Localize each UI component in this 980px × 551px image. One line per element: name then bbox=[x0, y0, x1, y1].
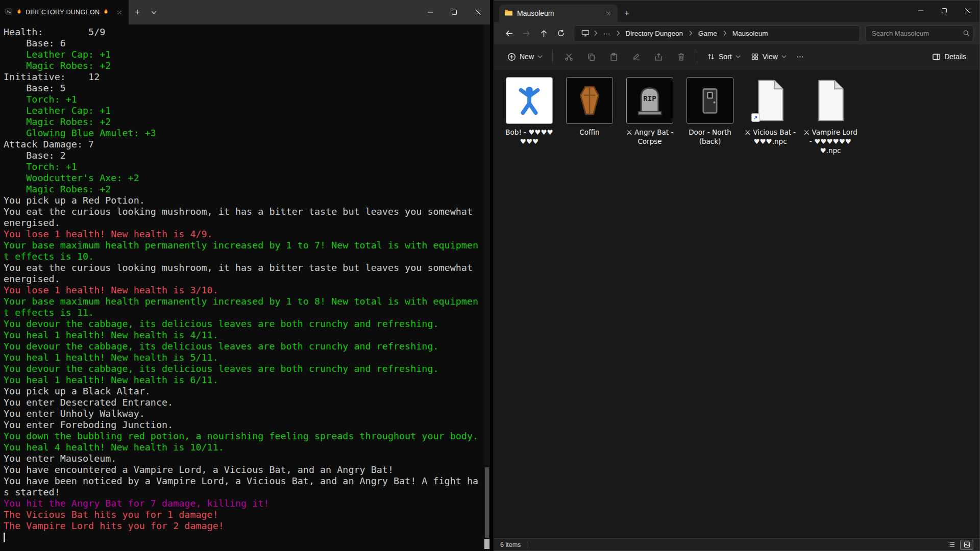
details-view-toggle[interactable] bbox=[945, 540, 958, 550]
tab-dropdown-button[interactable] bbox=[146, 0, 161, 24]
minimize-button[interactable] bbox=[418, 0, 442, 24]
terminal-tab-title: DIRECTORY DUNGEON bbox=[26, 9, 100, 16]
new-button[interactable]: New bbox=[502, 49, 548, 65]
toolbar-divider bbox=[552, 50, 553, 63]
thumbnail-frame bbox=[566, 77, 613, 124]
tombstone-icon: RIP bbox=[634, 85, 665, 116]
delete-button[interactable] bbox=[670, 47, 692, 66]
maximize-button[interactable] bbox=[442, 0, 466, 24]
file-item-bob[interactable]: Bob! - ♥♥♥♥♥♥♥ bbox=[501, 76, 558, 155]
terminal-line: You enter Unholy Walkway. bbox=[4, 408, 484, 419]
terminal-line: t effects is 11. bbox=[4, 307, 484, 318]
view-button-label: View bbox=[763, 53, 778, 61]
this-pc-icon[interactable] bbox=[579, 29, 592, 37]
terminal-output: Health: 5/9 Base: 6 Leather Cap: +1 Magi… bbox=[4, 27, 484, 532]
terminal-line: You pick up a Black Altar. bbox=[4, 386, 484, 397]
svg-text:RIP: RIP bbox=[643, 94, 656, 103]
icons-view-toggle[interactable] bbox=[960, 540, 973, 550]
refresh-button[interactable] bbox=[552, 24, 570, 42]
file-label-line: Door - North bbox=[689, 128, 731, 137]
breadcrumb-chevron-icon[interactable] bbox=[593, 30, 599, 36]
sort-button[interactable]: Sort bbox=[702, 49, 746, 64]
item-count: 6 items bbox=[500, 541, 521, 548]
file-item-vampire-lord[interactable]: ⚔ Vampire Lord- ♥♥♥♥♥♥♥.npc bbox=[802, 76, 859, 155]
chevron-down-icon bbox=[736, 55, 741, 58]
terminal-tab[interactable]: DIRECTORY DUNGEON bbox=[0, 0, 129, 24]
details-pane-icon bbox=[932, 53, 941, 61]
terminal-line: Health: 5/9 bbox=[4, 27, 484, 38]
terminal-line: Torch: +1 bbox=[4, 161, 484, 172]
share-button[interactable] bbox=[647, 47, 670, 66]
up-button[interactable] bbox=[535, 24, 552, 42]
close-button[interactable] bbox=[466, 0, 490, 24]
close-button[interactable] bbox=[956, 1, 979, 21]
flame-icon bbox=[16, 8, 22, 17]
file-item-vicious-bat[interactable]: ⚔ Vicious Bat -♥♥♥.npc bbox=[742, 76, 799, 155]
terminal-line: You eat the curious looking mushroom, it… bbox=[4, 206, 484, 217]
view-button[interactable]: View bbox=[746, 49, 792, 64]
terminal-line: You heal 1 health! New health is 6/11. bbox=[4, 374, 484, 386]
details-pane-button[interactable]: Details bbox=[927, 49, 971, 65]
cmd-icon bbox=[5, 8, 13, 17]
status-divider bbox=[527, 541, 527, 548]
scrollbar-thumb[interactable] bbox=[485, 467, 489, 538]
file-label-line: ⚔ Angry Bat - bbox=[626, 128, 674, 137]
file-label: ⚔ Vampire Lord- ♥♥♥♥♥♥♥.npc bbox=[803, 128, 857, 155]
new-tab-button[interactable]: + bbox=[618, 5, 636, 22]
terminal-line: You have encountered a Vampire Lord, a V… bbox=[4, 464, 484, 475]
breadcrumb-overflow[interactable]: ··· bbox=[600, 28, 614, 39]
tab-close-icon[interactable] bbox=[114, 8, 124, 17]
terminal-line: You heal 1 health! New health is 4/11. bbox=[4, 330, 484, 341]
thumbnail-frame bbox=[506, 77, 553, 124]
back-button[interactable] bbox=[500, 24, 518, 42]
breadcrumb-segment[interactable]: Mausoleum bbox=[729, 28, 772, 39]
more-options-button[interactable] bbox=[792, 47, 809, 66]
terminal-line: The Vampire Lord hits you for 2 damage! bbox=[4, 520, 484, 532]
terminal-scrollbar[interactable] bbox=[484, 24, 490, 551]
file-label-line: ♥♥♥ bbox=[505, 137, 553, 146]
paste-button[interactable] bbox=[602, 47, 625, 66]
file-item-coffin[interactable]: Coffin bbox=[561, 76, 618, 155]
terminal-line: Torch: +1 bbox=[4, 94, 484, 105]
file-list-area[interactable]: Bob! - ♥♥♥♥♥♥♥ Coffin RIP ⚔ Angry Bat -C… bbox=[494, 69, 979, 538]
terminal-line: Magic Robes: +2 bbox=[4, 184, 484, 195]
breadcrumb-chevron-icon[interactable] bbox=[615, 30, 621, 36]
breadcrumb-chevron-icon[interactable] bbox=[722, 30, 728, 36]
folder-icon bbox=[504, 9, 513, 18]
new-tab-button[interactable]: + bbox=[129, 0, 146, 24]
address-bar[interactable]: ··· Directory Dungeon Game Mausoleum bbox=[574, 26, 860, 41]
plus-circle-icon bbox=[507, 53, 516, 61]
search-box[interactable] bbox=[865, 26, 973, 41]
explorer-tab[interactable]: Mausoleum bbox=[499, 5, 618, 22]
terminal-line: energised. bbox=[4, 217, 484, 229]
file-label: ⚔ Vicious Bat -♥♥♥.npc bbox=[745, 128, 796, 146]
breadcrumb-segment[interactable]: Game bbox=[695, 28, 721, 39]
terminal-line: Leather Cap: +1 bbox=[4, 105, 484, 116]
terminal-line: You devour the cabbage, its delicious le… bbox=[4, 341, 484, 352]
file-item-angry-bat-corpse[interactable]: RIP ⚔ Angry Bat -Corpse bbox=[621, 76, 678, 155]
tab-close-icon[interactable] bbox=[603, 9, 612, 18]
minimize-button[interactable] bbox=[909, 1, 933, 21]
explorer-window: Mausoleum + bbox=[494, 0, 980, 551]
grid-icon bbox=[751, 53, 759, 61]
file-icon bbox=[752, 78, 788, 123]
terminal-screen[interactable]: Health: 5/9 Base: 6 Leather Cap: +1 Magi… bbox=[0, 24, 484, 551]
terminal-window: DIRECTORY DUNGEON + Health: 5/9 Base: bbox=[0, 0, 490, 551]
file-label-line: ⚔ Vampire Lord bbox=[803, 128, 857, 137]
breadcrumb-segment[interactable]: Directory Dungeon bbox=[622, 28, 687, 39]
scrollbar-grip[interactable] bbox=[484, 539, 489, 549]
terminal-line: The Vicious Bat hits you for 1 damage! bbox=[4, 509, 484, 520]
file-item-door-north[interactable]: Door - North(back) bbox=[681, 76, 739, 155]
copy-button[interactable] bbox=[580, 47, 602, 66]
maximize-button[interactable] bbox=[933, 1, 956, 21]
terminal-line: Woodcutter's Axe: +2 bbox=[4, 172, 484, 184]
search-input[interactable] bbox=[871, 29, 963, 38]
file-label-line: - ♥♥♥♥♥♥ bbox=[803, 137, 857, 146]
forward-button[interactable] bbox=[518, 24, 535, 42]
terminal-line: You pick up a Red Potion. bbox=[4, 195, 484, 206]
rename-button[interactable] bbox=[625, 47, 647, 66]
terminal-line: You heal 4 health! New health is 10/11. bbox=[4, 442, 484, 453]
sort-arrows-icon bbox=[707, 53, 715, 61]
cut-button[interactable] bbox=[557, 47, 580, 66]
breadcrumb-chevron-icon[interactable] bbox=[688, 30, 694, 36]
